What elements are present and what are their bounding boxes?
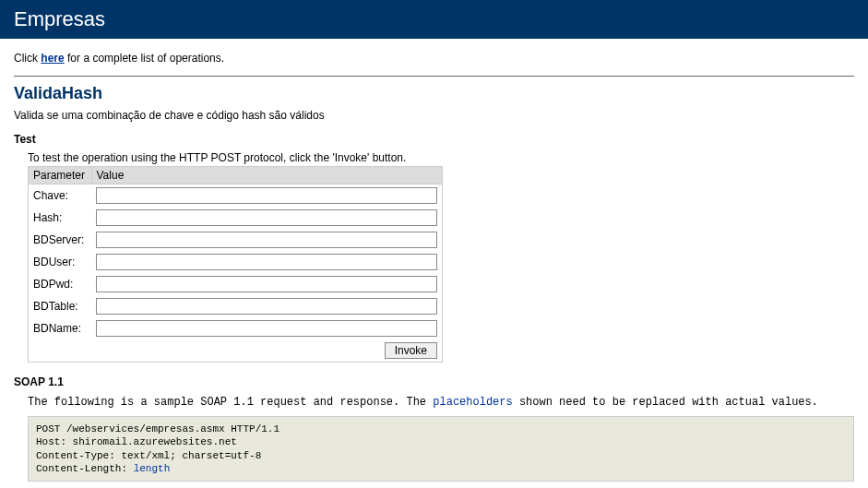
intro-prefix: Click: [14, 52, 41, 65]
table-row: BDServer:: [29, 229, 443, 251]
intro-suffix: for a complete list of operations.: [65, 52, 224, 65]
page-content: Click here for a complete list of operat…: [0, 39, 868, 487]
separator: [14, 76, 854, 77]
soap-desc-suffix: shown need to be replaced with actual va…: [513, 396, 818, 409]
code-line: Content-Type: text/xml; charset=utf-8: [36, 450, 261, 461]
param-input-chave[interactable]: [96, 187, 437, 204]
param-label-bdserver: BDServer:: [29, 229, 92, 251]
test-note: To test the operation using the HTTP POS…: [28, 151, 854, 164]
param-label-chave: Chave:: [29, 184, 92, 208]
param-label-bdpwd: BDPwd:: [29, 273, 92, 295]
param-input-bdpwd[interactable]: [96, 276, 437, 292]
operation-description: Valida se uma combinação de chave e códi…: [14, 109, 854, 122]
param-label-bdtable: BDTable:: [29, 295, 92, 317]
page-header: Empresas: [0, 0, 868, 39]
test-heading: Test: [14, 133, 854, 146]
table-row: Chave:: [29, 184, 443, 208]
code-placeholder: length: [134, 463, 171, 474]
invoke-row: Invoke: [29, 339, 443, 363]
param-label-bdname: BDName:: [29, 317, 92, 339]
param-input-bdname[interactable]: [96, 320, 437, 337]
parameter-table: Parameter Value Chave: Hash: BDServer: B…: [28, 166, 443, 363]
intro-text: Click here for a complete list of operat…: [14, 52, 854, 65]
soap-code-block: POST /webservices/empresas.asmx HTTP/1.1…: [28, 416, 854, 482]
soap-heading: SOAP 1.1: [14, 375, 854, 388]
operations-list-link[interactable]: here: [41, 52, 64, 65]
soap-desc-prefix: The following is a sample SOAP 1.1 reque…: [28, 396, 433, 409]
soap-desc-placeholder: placeholders: [433, 396, 512, 409]
param-input-hash[interactable]: [96, 209, 437, 226]
code-line-prefix: Content-Length:: [36, 463, 134, 474]
page-title: Empresas: [14, 7, 105, 30]
table-row: BDUser:: [29, 251, 443, 273]
param-label-hash: Hash:: [29, 207, 92, 229]
test-section: To test the operation using the HTTP POS…: [28, 151, 854, 363]
soap-description: The following is a sample SOAP 1.1 reque…: [28, 396, 854, 409]
col-parameter: Parameter: [29, 167, 92, 184]
code-line: Host: shiromail.azurewebsites.net: [36, 436, 237, 447]
table-row: BDTable:: [29, 295, 443, 317]
operation-name: ValidaHash: [14, 84, 854, 103]
code-line: POST /webservices/empresas.asmx HTTP/1.1: [36, 423, 279, 434]
param-input-bdtable[interactable]: [96, 298, 437, 315]
param-label-bduser: BDUser:: [29, 251, 92, 273]
param-input-bdserver[interactable]: [96, 232, 437, 248]
param-input-bduser[interactable]: [96, 254, 437, 270]
invoke-button[interactable]: Invoke: [385, 342, 437, 359]
soap-section: The following is a sample SOAP 1.1 reque…: [28, 396, 854, 482]
table-header-row: Parameter Value: [29, 167, 443, 184]
table-row: BDPwd:: [29, 273, 443, 295]
table-row: Hash:: [29, 207, 443, 229]
col-value: Value: [91, 167, 443, 184]
table-row: BDName:: [29, 317, 443, 339]
